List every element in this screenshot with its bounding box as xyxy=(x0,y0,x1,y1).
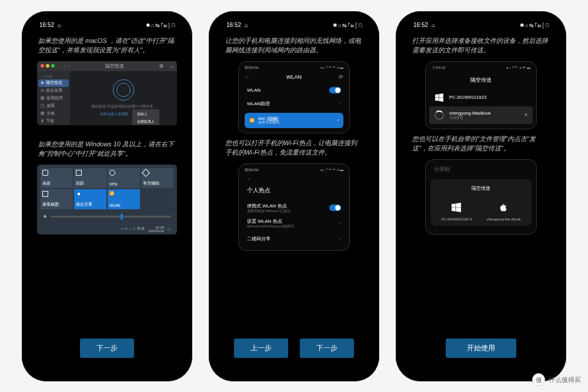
status-bar: 16:52⌂ ✱ ⌂ ⇋ ｢₂₆│ □ xyxy=(215,17,373,33)
chevron-right-icon: › xyxy=(338,118,339,122)
status-icons: ✱ ⌂ ⇋ ｢₂₆│ □ xyxy=(146,22,175,28)
wlan-title: WLAN xyxy=(286,74,302,80)
menu-contacts[interactable]: 仅限联系人 xyxy=(132,118,159,125)
tile-focus[interactable]: 专注辅助 xyxy=(141,168,173,188)
status-icon: ⌂ xyxy=(432,22,435,28)
device-name: PC-2019091218Z3 xyxy=(449,95,528,100)
search-icon[interactable]: ⌕ xyxy=(171,63,173,69)
status-icons: ✱ ⌂ ⇋ ｢₂₆│ □ xyxy=(333,22,362,28)
tile-snip[interactable]: 屏幕截图 xyxy=(41,189,73,209)
airdrop-icon xyxy=(113,79,134,100)
finder-main: "隔空投送"可让您与附近的用户立即共享。 允许这些人发现我： 所有人 ⌄ 没有人… xyxy=(70,71,177,125)
windows-icon xyxy=(449,200,464,215)
windows-icon xyxy=(434,92,445,103)
next-button[interactable]: 下一步 xyxy=(80,339,134,358)
screen-3: 16:52⌂ ✱ ⌂ ⇋ ｢₂₆│ □ 打开应用并选择准备接收文件的设备，然后选… xyxy=(402,17,560,376)
view-icon[interactable]: ⊞ xyxy=(159,63,163,69)
chevron-right-icon: › xyxy=(339,220,341,226)
status-icon: ⌂ xyxy=(58,22,61,28)
finder-title: 隔空投送 xyxy=(105,63,124,69)
finder-toolbar: ‹ › 隔空投送 ⊞ ⌕ xyxy=(37,61,177,71)
phone-1: 16:52⌂ ✱ ⌂ ⇋ ｢₂₆│ □ 如果您使用的是 macOS ，请在"访达… xyxy=(22,11,192,381)
brightness-slider[interactable]: ☀ xyxy=(41,209,173,224)
wlan-settings: 微信6/36◂ ⌂ ᴺ ⁴ᴳ ⁴⁶ .ıl ▬ ← WLAN ⟳ WLAN WL… xyxy=(238,61,350,133)
back-icon[interactable]: ← xyxy=(247,176,252,182)
phone-3: 16:52⌂ ✱ ⌂ ⇋ ｢₂₆│ □ 打开应用并选择准备接收文件的设备，然后选… xyxy=(396,11,566,381)
start-button[interactable]: 开始使用 xyxy=(446,339,516,358)
prev-button[interactable]: 上一步 xyxy=(234,339,288,358)
tray-date: 2022/4/16 xyxy=(148,229,164,233)
blur-row: 分享到 xyxy=(429,162,533,177)
chevron-right-icon: › xyxy=(339,101,341,106)
device-status: 无法发送 xyxy=(449,116,519,120)
app-title: 隔空传送 xyxy=(470,76,492,84)
status-time: 16:52 xyxy=(413,22,428,28)
sidebar-item-airdrop[interactable]: ⊚隔空投送 xyxy=(38,79,69,87)
mini-icons: ◂ ⌂ ᴺ ⁴ᴳ .ıl 🗲 ▬ xyxy=(506,65,530,71)
device-pc[interactable]: PC-2019091218Z3 xyxy=(429,89,533,106)
tray-icons[interactable]: ∧ ▭ ⌂ ◁ 英 拼 xyxy=(121,226,145,232)
share-title: 隔空传送 xyxy=(434,183,528,195)
instruction-app: 打开应用并选择准备接收文件的设备，然后选择需要发送的文件即可传送。 xyxy=(402,33,560,59)
share-target-mac[interactable]: chengyong-Ma cBook xyxy=(486,200,520,221)
action-center: 连接 投影 VPN 专注辅助 屏幕截图 就近共享 📶WLAN ☀ ∧ ▭ ⌂ ◁… xyxy=(37,165,177,234)
status-time: 16:52 xyxy=(39,22,54,28)
tile-project[interactable]: 投影 xyxy=(74,168,106,188)
wifi-icon: 📶 xyxy=(249,118,255,123)
close-icon[interactable]: ✕ xyxy=(524,112,528,118)
sidebar-item-recent[interactable]: ◷最近使用 xyxy=(38,87,69,95)
back-icon[interactable]: ← xyxy=(245,74,250,80)
sidebar-item-downloads[interactable]: ⬇下载 xyxy=(38,118,69,125)
finder-sidebar: 个人收藏 ⊚隔空投送 ◷最近使用 ▤应用程序 ▢桌面 ▤文稿 ⬇下载 xyxy=(37,71,70,125)
hotspot-title: 个人热点 xyxy=(242,184,346,199)
instruction-network: 让您的手机和电脑连接到相同的无线网络，或电脑网线连接到局域网内的路由器。 xyxy=(215,33,373,59)
sidebar-heading: 个人收藏 xyxy=(38,73,69,79)
status-icon: ⌂ xyxy=(245,22,248,28)
watermark: 值 什么值得买 xyxy=(532,373,581,386)
mini-time: 微信6/36 xyxy=(245,167,259,173)
phone-2: 16:52⌂ ✱ ⌂ ⇋ ｢₂₆│ □ 让您的手机和电脑连接到相同的无线网络，或… xyxy=(209,11,379,381)
instruction-windows: 如果您使用的是 Windows 10 及以上，请在右下角"控制中心"中打开"就近… xyxy=(28,137,186,162)
ssid: Anc xyxy=(258,116,265,120)
discover-menu: 没有人 仅限联系人 所有人 xyxy=(132,109,159,125)
status-bar: 16:52⌂ ✱ ⌂ ⇋ ｢₂₆│ □ xyxy=(28,17,186,33)
wlan-toggle[interactable] xyxy=(329,87,341,93)
mini-time: 上午8:16 xyxy=(432,65,446,71)
sidebar-item-docs[interactable]: ▤文稿 xyxy=(38,110,69,118)
setup-hotspot-row[interactable]: 设置 WLAN 热点 MIPhone WPA2-Personal便携式 › xyxy=(242,217,346,232)
instruction-share: 您也可以在手机自带的"文件管理"内点击"发送"，在应用列表选择"隔空传送"。 xyxy=(402,132,560,157)
qr-share-row[interactable]: 二维码分享 › xyxy=(242,232,346,246)
share-target-pc[interactable]: PC-20190912182 3 xyxy=(441,200,472,221)
sidebar-item-desktop[interactable]: ▢桌面 xyxy=(38,102,69,110)
close-icon[interactable] xyxy=(41,64,44,68)
mini-time: 微信6/36 xyxy=(245,65,259,71)
spinner-icon xyxy=(434,110,445,120)
app-device-list: 上午8:16◂ ⌂ ᴺ ⁴ᴳ .ıl 🗲 ▬ 隔空传送 PC-201909121… xyxy=(425,61,537,129)
tile-wlan[interactable]: 📶WLAN xyxy=(108,189,140,209)
status-icons: ✱ ⌂ ⇋ ｢₂₆│ □ xyxy=(520,22,549,28)
nav-back-icon[interactable]: ‹ xyxy=(64,63,66,69)
device-mac[interactable]: chengyong-MacBook 无法发送 ✕ xyxy=(429,106,533,124)
refresh-icon[interactable]: ⟳ xyxy=(339,74,343,80)
instruction-hotspot: 您也可以打开手机的Wi-Fi热点，让电脑连接到手机的Wi-Fi热点，免流量传送文… xyxy=(215,136,373,161)
next-button[interactable]: 下一步 xyxy=(300,339,354,358)
screen-2: 16:52⌂ ✱ ⌂ ⇋ ｢₂₆│ □ 让您的手机和电脑连接到相同的无线网络，或… xyxy=(215,17,373,376)
device-name: chengyong-MacBook xyxy=(449,110,519,116)
nav-fwd-icon[interactable]: › xyxy=(68,63,70,69)
menu-nobody[interactable]: 没有人 xyxy=(132,110,159,118)
wlan-toggle-row[interactable]: WLAN xyxy=(242,83,346,97)
hotspot-toggle[interactable] xyxy=(329,205,341,211)
mini-icons: ◂ ⌂ ᴺ ⁴ᴳ ⁴⁶ .ıl ▬ xyxy=(320,167,343,173)
tile-connect[interactable]: 连接 xyxy=(41,168,73,188)
wlan-assistant-row[interactable]: WLAN助理 › xyxy=(242,97,346,110)
maximize-icon[interactable] xyxy=(51,64,55,68)
minimize-icon[interactable] xyxy=(46,64,49,68)
connected-network[interactable]: 📶 Anc 已连接 点击分享密码 › xyxy=(245,113,343,128)
notif-icon[interactable]: ▢ xyxy=(168,227,171,231)
portable-hotspot-row[interactable]: 便携式 WLAN 热点 便携式热点"MIPhone"已激活 xyxy=(242,199,346,217)
sidebar-item-apps[interactable]: ▤应用程序 xyxy=(38,95,69,102)
status-time: 16:52 xyxy=(226,22,241,28)
airdrop-desc: "隔空投送"可让您与附近的用户立即共享。 xyxy=(91,104,156,109)
tile-vpn[interactable]: VPN xyxy=(108,168,140,188)
tile-nearby-share[interactable]: 就近共享 xyxy=(74,189,106,209)
